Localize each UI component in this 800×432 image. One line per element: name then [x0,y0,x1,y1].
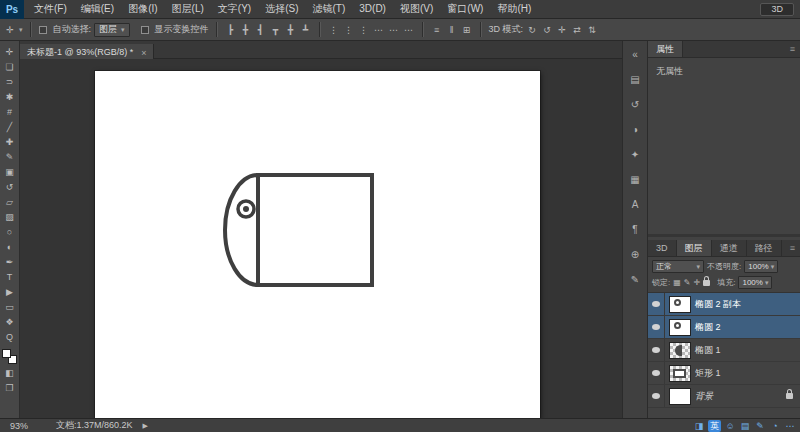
history-panel-icon[interactable]: ↺ [627,98,643,111]
color-panel-icon[interactable]: ▦ [627,173,643,186]
distribute-bottom-icon[interactable]: ⋮ [358,25,370,35]
tab-3d[interactable]: 3D [648,240,677,256]
menu-item-window[interactable]: 窗口(W) [440,0,490,18]
auto-select-checkbox[interactable] [39,26,47,34]
layer-thumbnail[interactable] [670,343,690,358]
menu-item-view[interactable]: 视图(V) [393,0,440,18]
align-bottom-icon[interactable]: ┻ [300,25,312,35]
notes-panel-icon[interactable]: ✎ [627,273,643,286]
type-tool[interactable]: T [2,271,18,283]
layer-row-ellipse-2-copy[interactable]: 椭圆 2 副本 [648,293,800,316]
zoom-level[interactable]: 93% [10,421,28,431]
screen-mode-button[interactable]: ❐ [2,382,18,394]
zoom-tool[interactable]: Q [2,331,18,343]
distribute-top-icon[interactable]: ⋮ [328,25,340,35]
color-swatches[interactable] [2,349,17,364]
auto-select-dropdown[interactable]: 图层 ▾ [94,23,130,37]
quick-select-tool[interactable]: ✱ [2,91,18,103]
lasso-tool[interactable]: ⊃ [2,76,18,88]
3d-scale-icon[interactable]: ⇅ [586,25,598,35]
clone-source-panel-icon[interactable]: ⊕ [627,248,643,261]
distribute-h-space-icon[interactable]: ≡ [431,25,443,35]
visibility-toggle[interactable] [648,362,665,384]
move-tool[interactable]: ✛ [2,46,18,58]
marquee-tool[interactable]: ❏ [2,61,18,73]
ime-emoji-icon[interactable]: ☺ [724,420,736,432]
gradient-tool[interactable]: ▨ [2,211,18,223]
distribute-v-space-icon[interactable]: ‖ [446,25,458,35]
crop-tool[interactable]: # [2,106,18,118]
visibility-toggle[interactable] [648,316,665,338]
distribute-center-icon[interactable]: ⋯ [388,25,400,35]
canvas[interactable] [95,71,540,418]
lock-all-icon[interactable] [703,280,710,286]
styles-panel-icon[interactable]: ✦ [627,148,643,161]
tab-layers[interactable]: 图层 [677,240,712,256]
panel-menu-icon[interactable]: ≡ [790,44,795,54]
lock-position-icon[interactable]: ✛ [694,278,701,287]
auto-align-icon[interactable]: ⊞ [461,25,473,35]
pen-tool[interactable]: ✒ [2,256,18,268]
align-middle-icon[interactable]: ╋ [285,25,297,35]
ime-skin-icon[interactable]: ◔ [769,420,781,432]
blend-mode-dropdown[interactable]: 正常 ▾ [652,260,704,273]
foreground-swatch[interactable] [2,349,11,358]
tab-channels[interactable]: 通道 [712,240,747,256]
tab-properties[interactable]: 属性 [648,41,683,57]
layer-thumbnail[interactable] [670,320,690,335]
eyedropper-tool[interactable]: ╱ [2,121,18,133]
visibility-toggle[interactable] [648,293,665,315]
3d-rotate-icon[interactable]: ↻ [526,25,538,35]
close-icon[interactable]: × [141,48,146,58]
tool-preset-arrow-icon[interactable]: ▾ [19,26,23,34]
collapse-panels-icon[interactable]: « [627,48,643,61]
ime-pen-icon[interactable]: ✎ [754,420,766,432]
character-panel-icon[interactable]: A [627,198,643,211]
menu-item-select[interactable]: 选择(S) [258,0,305,18]
blur-tool[interactable]: ○ [2,226,18,238]
panel-menu-icon[interactable]: ≡ [790,243,795,253]
align-center-h-icon[interactable]: ╋ [240,25,252,35]
shape-tool[interactable]: ▭ [2,301,18,313]
menu-item-layer[interactable]: 图层(L) [165,0,211,18]
distribute-middle-icon[interactable]: ⋮ [343,25,355,35]
adjustments-panel-icon[interactable]: ◑ [627,123,643,136]
lock-pixels-icon[interactable]: ✎ [684,278,691,287]
ime-more-icon[interactable]: ⋯ [784,420,796,432]
menu-item-type[interactable]: 文字(Y) [211,0,258,18]
path-select-tool[interactable]: ▶ [2,286,18,298]
menu-item-filter[interactable]: 滤镜(T) [306,0,353,18]
ime-logo-icon[interactable]: ◨ [693,420,705,432]
visibility-toggle[interactable] [648,385,665,407]
menu-item-3d[interactable]: 3D(D) [352,0,393,18]
menu-item-file[interactable]: 文件(F) [27,0,74,18]
menu-item-edit[interactable]: 编辑(E) [74,0,121,18]
clone-stamp-tool[interactable]: ▣ [2,166,18,178]
dodge-tool[interactable]: ◐ [2,241,18,253]
history-brush-tool[interactable]: ↺ [2,181,18,193]
layer-row-ellipse-2[interactable]: 椭圆 2 [648,316,800,339]
3d-roll-icon[interactable]: ↺ [541,25,553,35]
ime-language-icon[interactable]: 英 [708,420,721,432]
eraser-tool[interactable]: ▱ [2,196,18,208]
3d-slide-icon[interactable]: ⇄ [571,25,583,35]
align-right-icon[interactable]: ┫ [255,25,267,35]
3d-pan-icon[interactable]: ✛ [556,25,568,35]
brush-tool[interactable]: ✎ [2,151,18,163]
align-left-icon[interactable]: ┣ [225,25,237,35]
hand-tool[interactable]: ❖ [2,316,18,328]
distribute-left-icon[interactable]: ⋯ [373,25,385,35]
layer-row-ellipse-1[interactable]: 椭圆 1 [648,339,800,362]
distribute-right-icon[interactable]: ⋯ [403,25,415,35]
tab-paths[interactable]: 路径 [747,240,782,256]
workspace-switcher[interactable]: 3D [760,3,794,16]
move-tool-preset-icon[interactable]: ✛ [4,25,16,35]
healing-brush-tool[interactable]: ✚ [2,136,18,148]
layer-row-background[interactable]: 背景 [648,385,800,408]
visibility-toggle[interactable] [648,339,665,361]
show-transform-checkbox[interactable] [141,26,149,34]
quick-mask-button[interactable]: ◧ [2,367,18,379]
ime-keyboard-icon[interactable]: ▤ [739,420,751,432]
menu-item-help[interactable]: 帮助(H) [490,0,538,18]
layer-row-rectangle-1[interactable]: 矩形 1 [648,362,800,385]
